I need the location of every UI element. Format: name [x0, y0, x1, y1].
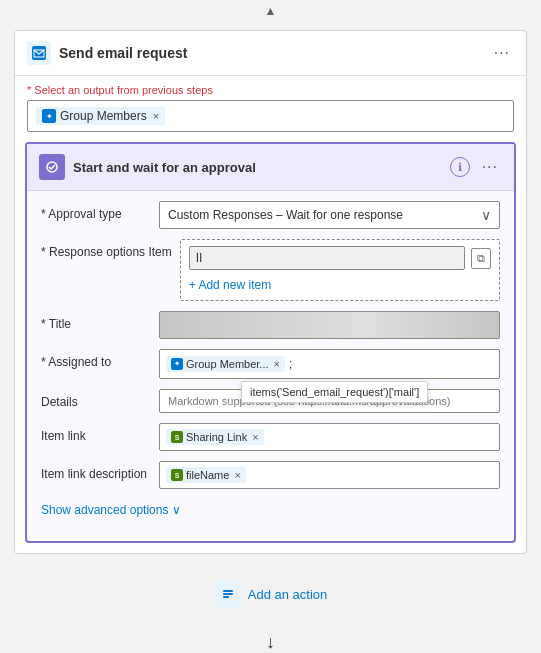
- card-ellipsis-button[interactable]: ···: [490, 42, 514, 64]
- add-action-button[interactable]: Add an action: [214, 580, 328, 608]
- show-advanced-row: Show advanced options ∨: [41, 499, 500, 521]
- approval-ellipsis-button[interactable]: ···: [478, 156, 502, 178]
- response-item-input[interactable]: [189, 246, 465, 270]
- approval-type-label: * Approval type: [41, 201, 151, 221]
- title-row: * Title: [41, 311, 500, 339]
- collapse-area[interactable]: ▲: [0, 0, 541, 22]
- item-link-desc-tag-label: fileName: [186, 469, 229, 481]
- select-output-label: * Select an output from previous steps: [15, 76, 526, 100]
- add-action-icon: [214, 580, 242, 608]
- card-title: Send email request: [59, 45, 482, 61]
- item-link-tag: S Sharing Link ×: [166, 429, 264, 445]
- select-output-input[interactable]: ✦ Group Members ×: [27, 100, 514, 132]
- item-link-desc-tag-icon: S: [171, 469, 183, 481]
- add-action-area: Add an action: [0, 562, 541, 626]
- send-email-icon: [27, 41, 51, 65]
- approval-card: Start and wait for an approval ℹ ··· * A…: [25, 142, 516, 543]
- approval-type-value: Custom Responses – Wait for one response: [168, 208, 403, 222]
- approval-type-row: * Approval type Custom Responses – Wait …: [41, 201, 500, 229]
- response-item-copy[interactable]: ⧉: [471, 248, 491, 269]
- item-link-desc-label: Item link description: [41, 461, 151, 481]
- svg-rect-5: [223, 593, 233, 595]
- approval-card-title: Start and wait for an approval: [73, 160, 442, 175]
- info-button[interactable]: ℹ: [450, 157, 470, 177]
- item-link-tag-close[interactable]: ×: [252, 431, 258, 443]
- semicolon: ;: [289, 357, 292, 371]
- assigned-to-tag: ✦ Group Member... ×: [166, 356, 285, 372]
- assigned-to-label: * Assigned to: [41, 349, 151, 369]
- assigned-to-tag-label: Group Member...: [186, 358, 269, 370]
- card-header: Send email request ···: [15, 31, 526, 76]
- item-link-desc-tag: S fileName ×: [166, 467, 246, 483]
- approval-type-chevron: ∨: [481, 207, 491, 223]
- item-link-row: Item link S Sharing Link ×: [41, 423, 500, 451]
- title-label: * Title: [41, 311, 151, 331]
- item-link-tag-label: Sharing Link: [186, 431, 247, 443]
- response-item-row: ⧉: [189, 246, 491, 270]
- group-members-tag-icon: ✦: [42, 109, 56, 123]
- collapse-button[interactable]: ▲: [265, 4, 277, 18]
- details-row: Details Markdown supported (see https://…: [41, 389, 500, 413]
- approval-icon: [39, 154, 65, 180]
- response-options-row: * Response options Item ⧉ + Add new item: [41, 239, 500, 301]
- details-label: Details: [41, 389, 151, 409]
- group-members-tag: ✦ Group Members ×: [36, 107, 165, 125]
- item-link-desc-row: Item link description S fileName ×: [41, 461, 500, 489]
- show-advanced-button[interactable]: Show advanced options ∨: [41, 499, 181, 521]
- response-options-label: * Response options Item: [41, 239, 172, 259]
- item-link-input[interactable]: S Sharing Link ×: [159, 423, 500, 451]
- show-advanced-label: Show advanced options: [41, 503, 168, 517]
- details-tooltip: items('Send_email_request')['mail']: [241, 381, 428, 403]
- group-members-tag-label: Group Members: [60, 109, 147, 123]
- svg-rect-6: [223, 596, 229, 598]
- assigned-to-tag-icon: ✦: [171, 358, 183, 370]
- approval-type-dropdown[interactable]: Custom Responses – Wait for one response…: [159, 201, 500, 229]
- item-link-label: Item link: [41, 423, 151, 443]
- response-options-box: ⧉ + Add new item: [180, 239, 500, 301]
- svg-rect-4: [223, 590, 233, 592]
- assigned-to-tag-close[interactable]: ×: [274, 358, 280, 370]
- item-link-desc-tag-close[interactable]: ×: [234, 469, 240, 481]
- add-action-label: Add an action: [248, 587, 328, 602]
- group-members-tag-close[interactable]: ×: [153, 110, 159, 122]
- item-link-tag-icon: S: [171, 431, 183, 443]
- approval-form: * Approval type Custom Responses – Wait …: [27, 191, 514, 541]
- assigned-to-row: * Assigned to ✦ Group Member... × ;: [41, 349, 500, 379]
- show-advanced-chevron: ∨: [172, 503, 181, 517]
- title-input[interactable]: [159, 311, 500, 339]
- assigned-to-input[interactable]: ✦ Group Member... × ;: [159, 349, 500, 379]
- add-new-item-button[interactable]: + Add new item: [189, 276, 271, 294]
- approval-card-header: Start and wait for an approval ℹ ···: [27, 144, 514, 191]
- send-email-card: Send email request ··· * Select an outpu…: [14, 30, 527, 554]
- item-link-desc-input[interactable]: S fileName ×: [159, 461, 500, 489]
- bottom-arrow: ↓: [0, 626, 541, 653]
